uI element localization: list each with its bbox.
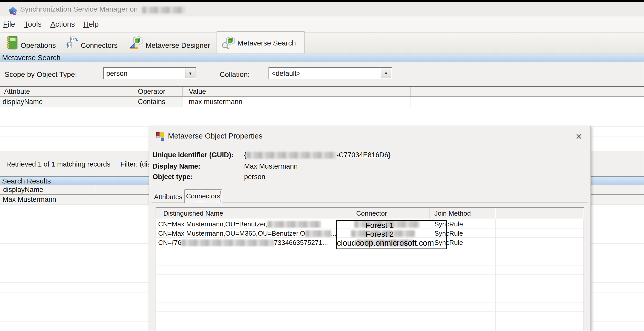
scope-value: person [106, 70, 128, 78]
header-distinguished-name[interactable]: Distinguished Name [156, 208, 351, 219]
tab-attributes[interactable]: Attributes [152, 191, 184, 202]
tab-connectors[interactable]: Connectors [184, 189, 222, 203]
dialog-title: Metaverse Object Properties [168, 132, 262, 140]
annotation-cloudcoop: cloudcoop.onmicrosoft.com [337, 238, 434, 248]
collation-label: Collation: [220, 70, 250, 79]
guid-value: {-C77034E816D6} [244, 151, 390, 159]
guid-prefix: { [244, 151, 246, 159]
metaverse-search-section-bar: Metaverse Search [0, 53, 644, 62]
tab-connectors-focus: Connectors [186, 191, 221, 202]
title-bar: Synchronization Service Manager on [0, 2, 644, 16]
row3-dn-suffix: 7334663575271... [274, 239, 328, 246]
metaverse-search-icon [221, 36, 235, 49]
dialog-properties-icon [156, 132, 165, 141]
header-connector[interactable]: Connector [351, 208, 430, 219]
column-divider-3 [495, 219, 496, 331]
app-window: Synchronization Service Manager on File … [0, 0, 644, 331]
row2-dn-suffix: ... [331, 229, 337, 237]
metaverse-search-button[interactable]: Metaverse Search [217, 31, 305, 53]
connectors-listview-header: Distinguished Name Connector Join Method [156, 208, 584, 219]
criteria-header-value[interactable]: Value [183, 87, 411, 96]
criteria-value-cell: max mustermann [183, 97, 411, 107]
display-name-label: Display Name: [153, 162, 200, 170]
row3-dn-redacted [181, 240, 274, 246]
criteria-row[interactable]: displayName Contains max mustermann [0, 97, 644, 107]
results-header-displayname[interactable]: displayName [0, 185, 95, 194]
display-name-value: Max Mustermann [244, 162, 298, 170]
scope-label: Scope by Object Type: [5, 70, 77, 79]
operations-button[interactable]: Operations [6, 35, 65, 51]
connectors-button[interactable]: Connectors [66, 35, 126, 51]
guid-label: Unique identifier (GUID): [153, 151, 234, 159]
object-type-label: Object type: [153, 173, 193, 181]
main-toolbar: Operations Connectors [0, 33, 644, 53]
close-icon [575, 133, 583, 140]
criteria-header-attribute[interactable]: Attribute [0, 87, 121, 96]
criteria-header-operator[interactable]: Operator [121, 87, 183, 96]
metaverse-designer-button[interactable]: Metaverse Designer [130, 35, 212, 51]
dialog-close-button[interactable] [574, 131, 584, 142]
collation-dropdown-arrow-icon[interactable]: ▼ [381, 68, 391, 78]
app-sync-cloud-icon [8, 6, 17, 16]
results-row-displayname: Max Mustermann [0, 195, 95, 204]
connectors-empty-rows [156, 247, 584, 331]
row1-dn-text: CN=Max Mustermann,OU=Benutzer, [158, 220, 267, 228]
criteria-attribute-cell: displayName [0, 97, 121, 107]
connectors-label: Connectors [81, 41, 118, 50]
metaverse-search-label: Metaverse Search [237, 39, 296, 47]
scope-panel: Scope by Object Type: person ▼ Collation… [0, 62, 644, 86]
window-right-edge [643, 53, 643, 331]
menu-actions[interactable]: Actions [50, 20, 75, 29]
metaverse-designer-icon [130, 35, 144, 49]
metaverse-designer-label: Metaverse Designer [146, 41, 210, 50]
criteria-header-filler [411, 87, 644, 96]
header-join-method[interactable]: Join Method [430, 208, 495, 219]
operations-label: Operations [21, 41, 56, 50]
guid-suffix: -C77034E816D6} [336, 151, 390, 159]
top-black-strip [0, 0, 644, 2]
collation-combobox[interactable]: <default> ▼ [269, 67, 392, 79]
menu-bar: File Tools Actions Help [0, 16, 644, 33]
menu-tools[interactable]: Tools [24, 20, 42, 29]
row3-distinguished-name: CN={767334663575271... [158, 239, 328, 247]
header-filler [495, 208, 584, 219]
annotation-forest-2: Forest 2 [336, 230, 423, 238]
row2-dn-redacted [305, 230, 331, 237]
filter-text: Filter: (dis [120, 160, 151, 168]
row2-dn-text: CN=Max Mustermann,OU=M365,OU=Benutzer,O [158, 229, 305, 237]
row1-dn-redacted [267, 221, 321, 228]
server-name-redacted [142, 7, 185, 13]
connectors-icon [66, 36, 78, 49]
guid-redacted [246, 152, 336, 159]
row3-dn-text: CN={76 [158, 239, 181, 246]
operations-icon [6, 36, 17, 50]
criteria-header-row: Attribute Operator Value [0, 87, 644, 97]
criteria-row-filler [411, 97, 644, 107]
window-title: Synchronization Service Manager on [20, 5, 138, 13]
retrieved-count-text: Retrieved 1 of 1 matching records [6, 160, 110, 168]
collation-value: <default> [272, 70, 301, 78]
object-type-value: person [244, 173, 265, 181]
scope-dropdown-arrow-icon[interactable]: ▼ [185, 68, 195, 78]
menu-file[interactable]: File [3, 20, 15, 29]
criteria-operator-cell: Contains [121, 97, 183, 107]
row1-distinguished-name: CN=Max Mustermann,OU=Benutzer, [158, 220, 321, 228]
menu-help[interactable]: Help [83, 20, 99, 29]
row2-distinguished-name: CN=Max Mustermann,OU=M365,OU=Benutzer,O.… [158, 229, 336, 237]
scope-combobox[interactable]: person ▼ [103, 67, 196, 79]
annotation-forest-1: Forest 1 [336, 221, 423, 230]
